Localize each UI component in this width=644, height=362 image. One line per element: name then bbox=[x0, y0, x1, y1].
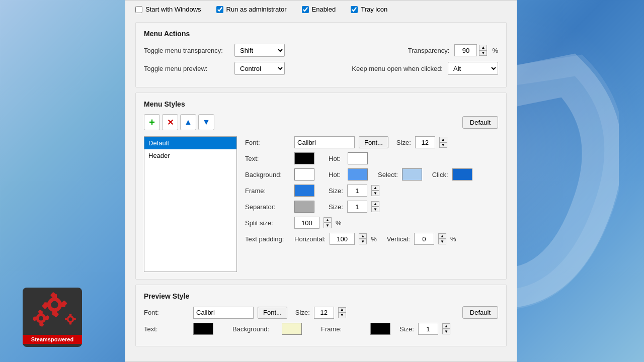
split-size-spinner-btns: ▲ ▼ bbox=[324, 217, 332, 228]
preview-font-input[interactable] bbox=[193, 307, 254, 319]
text-color-row: Text: Hot: bbox=[245, 152, 498, 164]
menu-styles-section: Menu Styles + ✕ ▲ ▼ Default Default Head… bbox=[135, 93, 507, 280]
keep-open-label: Keep menu open when clicked: bbox=[352, 65, 443, 72]
preview-size-down-btn[interactable]: ▼ bbox=[338, 313, 346, 318]
preview-text-color-swatch[interactable] bbox=[193, 323, 213, 335]
svg-point-11 bbox=[39, 316, 43, 321]
preview-frame-size-down-btn[interactable]: ▼ bbox=[442, 329, 450, 334]
separator-color-swatch[interactable] bbox=[294, 201, 314, 213]
click-label: Click: bbox=[432, 171, 448, 178]
tray-icon-checkbox[interactable] bbox=[351, 6, 358, 13]
styles-layout: Default Header Font: Font... Size: ▲ bbox=[144, 136, 498, 272]
toggle-preview-select[interactable]: Shift Control Alt None bbox=[234, 62, 285, 75]
horizontal-input[interactable] bbox=[330, 233, 355, 245]
menu-styles-title: Menu Styles bbox=[144, 100, 498, 108]
split-size-down-btn[interactable]: ▼ bbox=[324, 223, 332, 228]
start-windows-checkbox[interactable] bbox=[135, 6, 142, 13]
steam-app-label: Steamspowered bbox=[23, 335, 82, 344]
separator-label: Separator: bbox=[245, 203, 290, 211]
horizontal-unit: % bbox=[371, 235, 377, 243]
select-color-swatch[interactable] bbox=[402, 168, 422, 180]
style-list-item-header[interactable]: Header bbox=[144, 149, 236, 162]
run-admin-label: Run as administrator bbox=[226, 6, 287, 13]
vertical-down-btn[interactable]: ▼ bbox=[438, 239, 446, 244]
separator-size-up-btn[interactable]: ▲ bbox=[371, 201, 379, 207]
split-size-up-btn[interactable]: ▲ bbox=[324, 217, 332, 223]
enabled-checkbox[interactable] bbox=[302, 6, 309, 13]
text-padding-label: Text padding: bbox=[245, 235, 290, 243]
font-input[interactable] bbox=[294, 136, 355, 148]
frame-color-swatch[interactable] bbox=[294, 185, 314, 197]
toggle-transparency-select[interactable]: Shift Control Alt None bbox=[234, 44, 285, 57]
svg-point-1 bbox=[51, 301, 58, 308]
preview-font-btn[interactable]: Font... bbox=[258, 307, 287, 319]
run-admin-checkbox[interactable] bbox=[216, 6, 223, 13]
frame-size-up-btn[interactable]: ▲ bbox=[371, 185, 379, 191]
font-btn[interactable]: Font... bbox=[359, 136, 388, 148]
text-label: Text: bbox=[245, 155, 290, 162]
keep-open-select[interactable]: Shift Control Alt None bbox=[448, 62, 498, 75]
frame-size-down-btn[interactable]: ▼ bbox=[371, 191, 379, 196]
horizontal-up-btn[interactable]: ▲ bbox=[359, 233, 367, 239]
separator-size-down-btn[interactable]: ▼ bbox=[371, 207, 379, 212]
main-content: Menu Actions Toggle menu transparency: S… bbox=[125, 17, 517, 353]
frame-label: Frame: bbox=[245, 187, 290, 195]
steam-app-icon[interactable]: Steamspowered bbox=[23, 288, 82, 347]
styles-toolbar: + ✕ ▲ ▼ Default bbox=[144, 114, 498, 130]
transparency-label: Transparency: bbox=[408, 47, 450, 54]
background-hot-color-swatch[interactable] bbox=[348, 168, 368, 180]
preview-frame-size-up-btn[interactable]: ▲ bbox=[442, 323, 450, 329]
start-windows-checkbox-item: Start with Windows bbox=[135, 6, 201, 13]
preview-size-input[interactable] bbox=[314, 307, 334, 319]
font-size-spinner-btns: ▲ ▼ bbox=[439, 137, 447, 148]
preview-font-label: Font: bbox=[144, 309, 189, 316]
text-hot-label: Hot: bbox=[329, 155, 344, 162]
preview-frame-color-swatch[interactable] bbox=[370, 323, 390, 335]
text-color-swatch[interactable] bbox=[294, 152, 314, 164]
toggle-transparency-row: Toggle menu transparency: Shift Control … bbox=[144, 44, 498, 57]
transparency-input[interactable] bbox=[454, 44, 477, 56]
vertical-input[interactable] bbox=[414, 233, 434, 245]
font-size-down-btn[interactable]: ▼ bbox=[439, 142, 447, 148]
font-label: Font: bbox=[245, 139, 290, 146]
move-up-btn[interactable]: ▲ bbox=[180, 114, 196, 130]
tray-icon-label: Tray icon bbox=[361, 6, 387, 13]
click-color-swatch[interactable] bbox=[452, 168, 472, 180]
preview-size-spinner-btns: ▲ ▼ bbox=[338, 307, 346, 318]
background-color-row: Background: Hot: Select: Click: bbox=[245, 168, 498, 180]
preview-style-section: Preview Style Font: Font... Size: ▲ ▼ De… bbox=[135, 285, 507, 346]
transparency-unit: % bbox=[492, 47, 498, 54]
frame-size-input[interactable] bbox=[347, 185, 367, 197]
add-style-btn[interactable]: + bbox=[144, 114, 160, 130]
preview-default-btn[interactable]: Default bbox=[462, 306, 498, 319]
font-size-up-btn[interactable]: ▲ bbox=[439, 137, 447, 142]
vertical-up-btn[interactable]: ▲ bbox=[438, 233, 446, 239]
move-down-btn[interactable]: ▼ bbox=[198, 114, 214, 130]
split-size-label: Split size: bbox=[245, 219, 290, 227]
horizontal-down-btn[interactable]: ▼ bbox=[359, 239, 367, 244]
text-hot-color-swatch[interactable] bbox=[348, 152, 368, 164]
run-admin-checkbox-item: Run as administrator bbox=[216, 6, 287, 13]
background-color-swatch[interactable] bbox=[294, 168, 314, 180]
split-size-unit: % bbox=[336, 219, 342, 227]
split-size-input[interactable] bbox=[294, 217, 319, 229]
default-style-btn[interactable]: Default bbox=[462, 116, 498, 129]
style-list-item-default[interactable]: Default bbox=[144, 137, 236, 149]
remove-style-btn[interactable]: ✕ bbox=[162, 114, 178, 130]
preview-background-color-swatch[interactable] bbox=[282, 323, 302, 335]
svg-rect-22 bbox=[69, 314, 72, 317]
preview-style-title: Preview Style bbox=[144, 292, 498, 300]
vertical-label: Vertical: bbox=[387, 235, 410, 243]
font-size-input[interactable] bbox=[415, 136, 435, 148]
separator-size-input[interactable] bbox=[347, 201, 367, 213]
transparency-down-btn[interactable]: ▼ bbox=[479, 50, 487, 56]
preview-frame-size-input[interactable] bbox=[418, 323, 438, 335]
start-windows-label: Start with Windows bbox=[145, 6, 201, 13]
svg-rect-24 bbox=[73, 318, 76, 321]
preview-size2-label: Size: bbox=[399, 325, 414, 333]
separator-size-spinner-btns: ▲ ▼ bbox=[371, 201, 379, 212]
preview-size-up-btn[interactable]: ▲ bbox=[338, 307, 346, 313]
horizontal-spinner-btns: ▲ ▼ bbox=[359, 233, 367, 244]
preview-background-label: Background: bbox=[232, 325, 278, 333]
transparency-up-btn[interactable]: ▲ bbox=[479, 45, 487, 50]
